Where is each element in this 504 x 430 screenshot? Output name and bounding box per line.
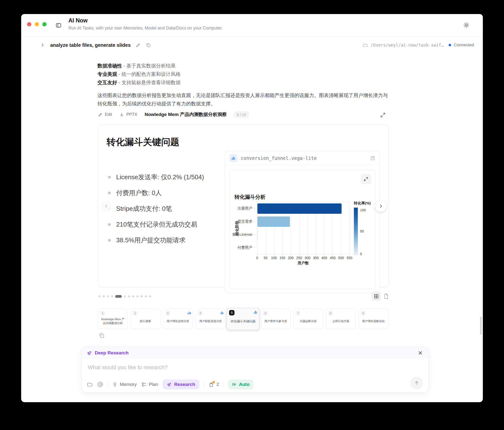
close-icon[interactable] [418,350,423,356]
slide-thumbnail[interactable]: 5转化漏斗关键问题 [227,308,259,330]
pagination-dot[interactable] [128,295,130,298]
x-axis-tick-label: 250 [296,256,302,260]
slide-thumbnail[interactable]: 1Nowledge Mem 产品内测数据分析 [98,309,128,329]
copy-message-icon[interactable] [98,332,105,339]
open-external-icon[interactable] [370,155,375,161]
memory-button[interactable]: Memory [112,382,137,387]
pagination-dot-active[interactable] [115,295,122,298]
send-button[interactable] [410,377,423,389]
thumbnail-number: 3 [165,311,170,316]
x-axis-tick-label: 500 [338,256,344,260]
document-view-button[interactable] [383,293,389,299]
workspace-path[interactable]: /Users/weyl/ai-now/task-swif… [371,43,444,48]
auto-mode-pill[interactable]: Auto [228,380,253,389]
funnel-bar [257,216,290,227]
previous-slide-button[interactable] [101,200,112,212]
plan-button[interactable]: Plan [141,382,158,387]
thumbnail-label: Nowledge Mem 产品内测数据分析 [98,316,127,329]
notification-dot [212,381,215,383]
copy-task-icon[interactable] [146,43,151,48]
edit-slide-button[interactable]: Edit [98,112,112,117]
deck-title: Nowledge Mem 产品内测数据分析洞察 [145,111,227,118]
screen: { "header": { "app_title": "AI Now", "ap… [0,0,504,430]
tasks-button[interactable]: 2 [208,382,219,387]
research-mode-pill[interactable]: Research [163,380,200,389]
feature-desc: - 统一的配色方案和设计风格 [117,71,181,77]
bullet-text: Stripe成功支付: 0笔 [116,203,172,214]
legend-tick-label: 100 [360,208,366,212]
grid-view-button[interactable] [372,292,381,301]
attach-folder-icon[interactable] [87,381,93,387]
pagination-dot[interactable] [141,295,143,298]
thumbnail-label: 执行摘要 [131,316,160,329]
slide-thumbnail[interactable]: 2执行摘要 [130,309,160,329]
axis-tick-mark [307,254,308,255]
toolbar-divider [223,382,224,387]
thumbnail-top: 6 [261,309,290,316]
thumbnail-label: 立即行动方案 [326,316,355,329]
chart-icon [220,311,223,314]
y-axis-label: 发送License [230,228,255,241]
x-axis-tick-label: 50 [264,256,268,260]
message-paragraph: 这些图表让您的数据分析报告更加生动直观，无论是团队汇报还是投资人展示都能产生更强… [97,91,390,108]
download-pptx-label: PPTX [126,112,137,117]
app-window: AI Now Run AI Tasks, with your own Memor… [21,14,483,402]
x-axis-tick-label: 300 [305,256,310,260]
slide-thumbnail[interactable]: 4用户获取渠道分析 [196,309,225,329]
chart-filename: conversion_funnel.vega-lite [241,155,366,161]
slide-thumbnail[interactable]: 9用户增长策略优化 [359,309,388,329]
thumbnail-top: 1 [98,309,127,316]
auto-label: Auto [239,382,250,387]
research-input[interactable] [81,359,428,376]
thumbnail-number: 1 [100,311,105,316]
thumbnail-number: 5 [229,310,235,315]
download-pptx-button[interactable]: PPTX [119,112,137,117]
axis-tick-mark [266,254,266,255]
legend-gradient-bar [354,208,358,255]
x-axis-tick-label: 400 [321,256,327,260]
pagination-dot[interactable] [136,295,139,298]
slide-toolbar: Edit PPTX Nowledge Mem 产品内测数据分析洞察 5 / 12 [98,110,249,119]
pagination-dot[interactable] [149,295,151,298]
scrollbar-thumb[interactable] [480,316,482,335]
funnel-plot [257,202,349,254]
task-left: analyze table files, generate slides [40,36,151,54]
pagination-dot[interactable] [107,295,109,298]
axis-tick-mark [257,254,258,255]
fullscreen-deck-icon[interactable] [380,112,386,118]
feature-desc: - 支持鼠标悬停查看详细数据 [117,80,181,85]
pagination-dot[interactable] [103,295,105,298]
zoom-window-button[interactable] [42,22,47,26]
thumbnail-number: 8 [328,311,333,316]
slide-thumbnail[interactable]: 8立即行动方案 [326,309,356,329]
next-slide-button[interactable] [375,200,386,212]
slide-thumbnail[interactable]: 3用户增长趋势分析 [163,309,193,329]
expand-chart-button[interactable] [361,174,371,184]
pagination-dot[interactable] [111,295,113,298]
bullet-text: 付费用户数: 0人 [116,188,162,198]
chart-panel-header: conversion_funnel.vega-lite [225,151,380,165]
deep-research-title: Deep Research [95,350,128,356]
sidebar-toggle-icon[interactable] [54,21,63,30]
thumbnail-number: 9 [361,311,366,316]
slide-thumbnail[interactable]: 6用户需求与参与度 [261,309,291,329]
close-window-button[interactable] [27,22,31,26]
feature-term: 数据准确性 [97,63,122,68]
thumbnail-top: 8 [326,309,355,316]
tasks-bag-icon [208,382,214,387]
thumbnail-number: 2 [133,311,138,316]
pagination-dot[interactable] [98,295,101,298]
edit-task-icon[interactable] [136,43,141,48]
mention-icon[interactable] [97,381,103,387]
connected-status-dot [449,44,451,46]
task-expand-chevron-icon[interactable] [40,42,45,48]
slide-thumbnails: 1Nowledge Mem 产品内测数据分析2执行摘要3用户增长趋势分析4用户获… [98,308,388,330]
pagination-dot[interactable] [124,295,126,298]
thumbnail-label: 用户需求与参与度 [261,316,290,329]
bullet-text: 38.5%用户提交功能请求 [116,235,186,245]
pagination-dot[interactable] [145,295,147,298]
theme-toggle-button[interactable] [462,21,471,29]
minimize-window-button[interactable] [35,22,39,26]
pagination-dot[interactable] [132,295,134,298]
slide-thumbnail[interactable]: 7问题诊断分析 [293,309,323,329]
